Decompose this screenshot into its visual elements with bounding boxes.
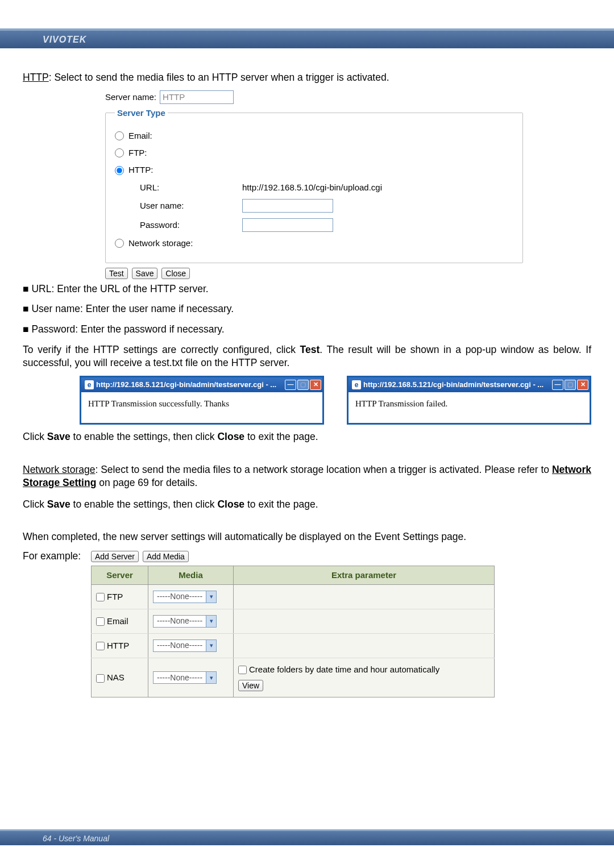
popup-success-body: HTTP Transmission successfully. Thanks (81, 392, 322, 415)
verify-paragraph: To verify if the HTTP settings are corre… (23, 343, 591, 370)
password-input[interactable] (242, 218, 333, 232)
popup-title-text: http://192.168.5.121/cgi-bin/admin/tests… (96, 380, 284, 390)
chk-ftp[interactable] (96, 593, 105, 601)
popup-success: e http://192.168.5.121/cgi-bin/admin/tes… (80, 376, 324, 425)
save-button[interactable]: Save (132, 268, 158, 279)
server-form: Server name: Server Type Email: FTP: HTT… (105, 90, 523, 264)
close-icon[interactable]: ✕ (310, 380, 321, 390)
close-button[interactable]: Close (161, 268, 190, 279)
radio-ftp-label: FTP: (128, 147, 147, 159)
server-name-input[interactable] (160, 90, 234, 104)
chk-nas[interactable] (96, 674, 105, 683)
chk-http[interactable] (96, 642, 105, 650)
brand-text: VIVOTEK (43, 35, 86, 45)
radio-ftp[interactable] (115, 148, 124, 157)
test-button[interactable]: Test (105, 268, 128, 279)
ie-icon: e (352, 380, 361, 389)
username-input[interactable] (242, 199, 333, 213)
radio-http-label: HTTP: (128, 164, 153, 176)
bullet-pass: Password: Enter the password if necessar… (23, 323, 591, 337)
chk-email[interactable] (96, 617, 105, 626)
password-label: Password: (140, 219, 242, 231)
media-select-nas[interactable]: -----None-----▾ (153, 671, 217, 684)
maximize-icon[interactable]: ▢ (297, 380, 309, 390)
add-media-button[interactable]: Add Media (143, 551, 189, 562)
chevron-down-icon: ▾ (206, 672, 216, 683)
minimize-icon[interactable]: — (552, 380, 563, 390)
event-settings-table: Server Media Extra parameter FTP -----No… (91, 566, 495, 698)
save-line-1: Click Save to enable the settings, then … (23, 430, 591, 444)
chevron-down-icon: ▾ (206, 616, 216, 627)
th-media: Media (148, 566, 234, 584)
th-server: Server (92, 566, 148, 584)
media-select-http[interactable]: -----None-----▾ (153, 639, 217, 652)
view-button[interactable]: View (238, 680, 263, 691)
th-extra: Extra parameter (234, 566, 495, 584)
popup-fail: e http://192.168.5.121/cgi-bin/admin/tes… (347, 376, 591, 425)
table-row: FTP -----None-----▾ (92, 584, 495, 609)
table-row: Email -----None-----▾ (92, 609, 495, 633)
save-line-2: Click Save to enable the settings, then … (23, 498, 591, 512)
server-type-fieldset: Server Type Email: FTP: HTTP: URL: http:… (105, 107, 523, 264)
username-label: User name: (140, 200, 242, 211)
bullet-user: User name: Enter the user name if necess… (23, 302, 591, 316)
radio-network-storage[interactable] (115, 239, 124, 248)
for-example-label: For example: (23, 550, 91, 563)
http-intro-rest: : Select to send the media files to an H… (49, 72, 389, 83)
minimize-icon[interactable]: — (285, 380, 296, 390)
http-intro-label: HTTP (23, 72, 49, 83)
http-intro: HTTP: Select to send the media files to … (23, 71, 591, 85)
table-row: NAS -----None-----▾ Create folders by da… (92, 658, 495, 697)
popup-title-text: http://192.168.5.121/cgi-bin/admin/tests… (363, 380, 551, 390)
chk-create-folders[interactable] (238, 666, 247, 674)
server-name-label: Server name: (105, 92, 156, 103)
brand-strip: VIVOTEK (0, 28, 614, 48)
footer-text: 64 - User's Manual (43, 834, 109, 843)
url-label: URL: (140, 182, 242, 193)
footer: 64 - User's Manual (0, 829, 614, 845)
url-value: http://192.168.5.10/cgi-bin/upload.cgi (242, 182, 382, 193)
table-row: HTTP -----None-----▾ (92, 633, 495, 658)
radio-http[interactable] (115, 166, 124, 175)
maximize-icon[interactable]: ▢ (565, 380, 576, 390)
radio-email-label: Email: (128, 130, 152, 142)
radio-network-storage-label: Network storage: (128, 238, 193, 249)
ie-icon: e (85, 380, 94, 389)
server-type-legend: Server Type (115, 107, 168, 119)
add-server-button[interactable]: Add Server (91, 551, 139, 562)
popup-fail-body: HTTP Transmission failed. (349, 392, 590, 415)
close-icon[interactable]: ✕ (577, 380, 588, 390)
completed-line: When completed, the new server settings … (23, 530, 591, 544)
network-storage-para: Network storage: Select to send the medi… (23, 463, 591, 490)
media-select-ftp[interactable]: -----None-----▾ (153, 591, 217, 603)
media-select-email[interactable]: -----None-----▾ (153, 615, 217, 628)
chevron-down-icon: ▾ (206, 591, 216, 603)
chevron-down-icon: ▾ (206, 640, 216, 651)
radio-email[interactable] (115, 131, 124, 140)
bullet-url: URL: Enter the URL of the HTTP server. (23, 283, 591, 296)
